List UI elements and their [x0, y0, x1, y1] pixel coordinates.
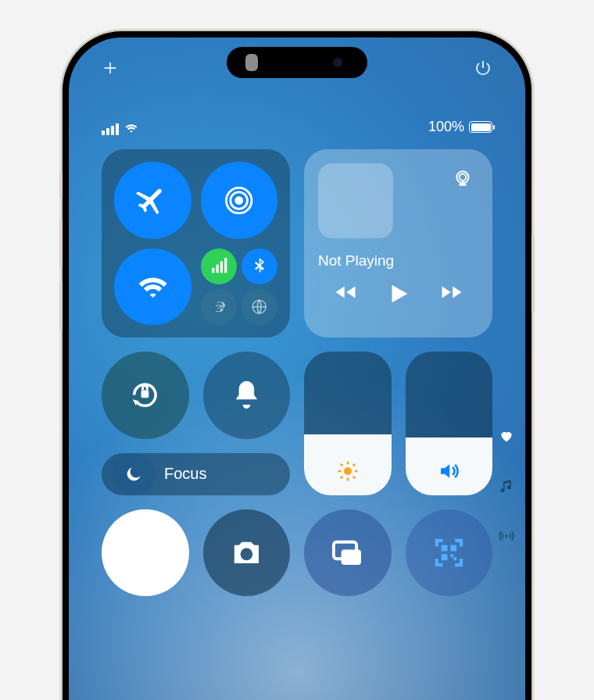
- wifi-status-icon: [123, 120, 139, 135]
- music-note-icon: [499, 478, 514, 494]
- svg-rect-4: [216, 265, 218, 273]
- dynamic-island: [227, 47, 367, 78]
- connectivity-tile[interactable]: [102, 149, 290, 338]
- airdrop-toggle[interactable]: [201, 162, 278, 239]
- svg-rect-22: [441, 545, 447, 551]
- satellite-icon: [249, 297, 269, 316]
- bluetooth-icon: [249, 256, 269, 276]
- status-bar: 100%: [102, 119, 492, 135]
- flashlight-button[interactable]: [102, 509, 189, 597]
- heart-icon: [499, 428, 514, 444]
- connectivity-page-indicator[interactable]: [499, 528, 514, 547]
- music-page-indicator[interactable]: [499, 478, 514, 497]
- wifi-icon: [136, 270, 170, 303]
- rotation-lock-icon: [127, 377, 163, 413]
- qr-icon: [431, 534, 467, 571]
- svg-line-18: [340, 476, 342, 478]
- play-button[interactable]: [385, 280, 412, 310]
- cellular-data-toggle[interactable]: [201, 248, 237, 284]
- airplay-button[interactable]: [447, 163, 478, 195]
- svg-rect-23: [450, 545, 456, 551]
- cellular-icon: [209, 256, 228, 276]
- svg-point-0: [234, 196, 243, 205]
- svg-line-19: [352, 463, 355, 466]
- controls-grid: Not Playing: [102, 149, 492, 596]
- svg-rect-6: [224, 258, 227, 273]
- speaker-icon: [437, 459, 460, 483]
- satellite-toggle[interactable]: [242, 289, 277, 325]
- forward-icon: [440, 280, 463, 304]
- add-controls-button[interactable]: [102, 59, 119, 81]
- page-indicators: [499, 428, 514, 547]
- brightness-slider[interactable]: [304, 352, 392, 495]
- battery-icon: [469, 121, 492, 133]
- bluetooth-toggle[interactable]: [242, 248, 277, 284]
- svg-point-9: [460, 174, 467, 181]
- svg-rect-24: [441, 554, 447, 560]
- svg-line-16: [340, 463, 342, 466]
- svg-rect-10: [141, 391, 149, 398]
- svg-rect-5: [220, 261, 223, 273]
- camera-button[interactable]: [203, 509, 291, 597]
- svg-rect-3: [212, 268, 214, 273]
- personal-hotspot-toggle[interactable]: [201, 289, 237, 325]
- rewind-icon: [334, 280, 357, 304]
- forward-button[interactable]: [440, 280, 463, 310]
- battery-percent: 100%: [428, 119, 464, 135]
- focus-label: Focus: [164, 465, 206, 483]
- screen-mirroring-icon: [329, 534, 366, 571]
- iphone-frame: 100%: [63, 31, 531, 700]
- flashlight-icon: [127, 534, 163, 571]
- svg-rect-26: [453, 557, 456, 560]
- svg-line-17: [352, 476, 355, 478]
- svg-point-27: [505, 534, 507, 537]
- svg-rect-25: [450, 554, 453, 557]
- connectivity-icon: [499, 528, 514, 544]
- camera-icon: [228, 534, 265, 571]
- screen-mirroring-button[interactable]: [304, 509, 392, 597]
- favorites-page-indicator[interactable]: [499, 428, 514, 447]
- qr-scanner-button[interactable]: [406, 509, 493, 597]
- airplay-icon: [453, 169, 473, 189]
- play-icon: [385, 280, 412, 307]
- battery-status: 100%: [428, 119, 492, 135]
- hotspot-icon: [209, 297, 228, 316]
- svg-rect-21: [342, 549, 361, 565]
- flashlight-indicator-icon: [245, 54, 258, 71]
- power-icon: [474, 59, 492, 77]
- airplane-mode-toggle[interactable]: [114, 162, 191, 239]
- wifi-toggle[interactable]: [114, 248, 191, 326]
- now-playing-title: Not Playing: [318, 252, 478, 270]
- rewind-button[interactable]: [334, 280, 357, 310]
- plus-icon: [102, 59, 119, 77]
- connectivity-mini-cluster: [201, 248, 278, 326]
- rotation-lock-toggle[interactable]: [102, 352, 189, 439]
- power-button[interactable]: [474, 59, 492, 82]
- cellular-signal-icon: [102, 123, 119, 135]
- control-center-screen: 100%: [69, 38, 525, 700]
- now-playing-tile[interactable]: Not Playing: [304, 149, 492, 338]
- album-art-placeholder: [318, 163, 393, 238]
- svg-point-11: [344, 467, 352, 475]
- focus-button[interactable]: Focus: [102, 453, 290, 495]
- sun-icon: [336, 459, 360, 483]
- volume-slider[interactable]: [406, 352, 493, 495]
- airdrop-icon: [222, 184, 256, 217]
- moon-icon: [123, 464, 144, 484]
- airplane-icon: [136, 184, 170, 217]
- bell-icon: [228, 377, 265, 413]
- silent-mode-toggle[interactable]: [203, 352, 291, 439]
